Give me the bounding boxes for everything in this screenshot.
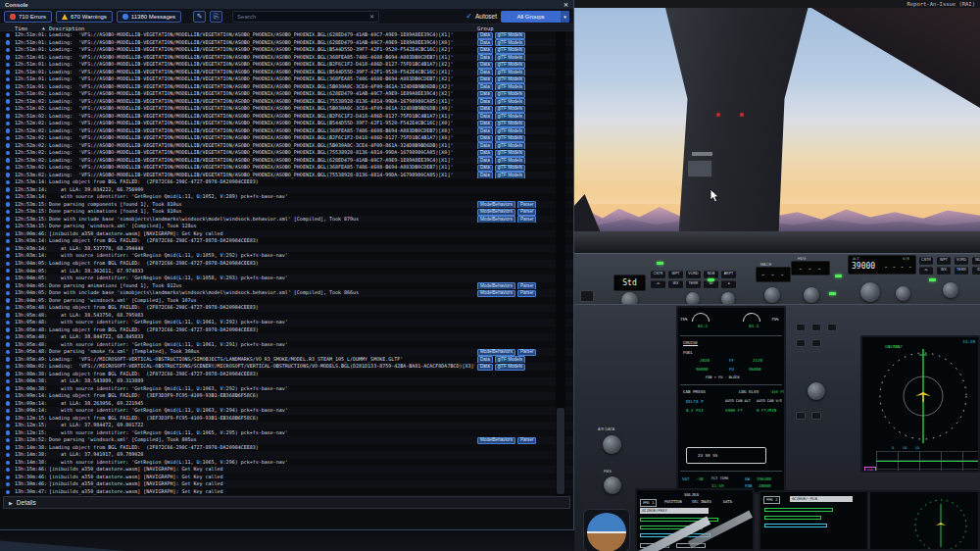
log-row[interactable]: 13h:05m:49: Loading: 'VFS://MICROSOFT-VE… [0, 356, 573, 364]
log-row[interactable]: 13h:09m:14: Loading object from BGL FAIL… [0, 392, 573, 400]
log-row[interactable]: 12h:53m:02: Loading: 'VFS://ASOBO-MODELL… [0, 157, 573, 165]
groups-dropdown[interactable]: All Groups ▾ [501, 11, 569, 23]
autoset-checkbox[interactable]: ✓ Autoset [466, 13, 497, 21]
efis2-knob[interactable] [943, 282, 958, 298]
copy-button[interactable]: ⎘ [210, 11, 222, 23]
efis-button[interactable]: ◂ [721, 280, 736, 287]
efis-button[interactable]: VORD [955, 257, 968, 264]
log-row[interactable]: 13h:03m:14: with source identifier: 'Get… [0, 252, 573, 260]
log-row[interactable]: 12h:51m:01: Loading: 'VFS://ASOBO-MODELL… [0, 75, 573, 83]
log-row[interactable]: 12h:51m:01: Loading: 'VFS://ASOBO-MODELL… [0, 31, 573, 39]
log-row[interactable]: 12h:53m:02: Loading: 'VFS://ASOBO-MODELL… [0, 164, 573, 172]
log-scrollbar[interactable] [556, 31, 565, 496]
log-row[interactable]: 13h:08m:02: Loading: 'VFS://MICROSOFT-VE… [0, 363, 573, 371]
log-row[interactable]: 12h:51m:01: Loading: 'VFS://ASOBO-MODELL… [0, 46, 573, 54]
log-row[interactable]: 12h:53m:15: Done parsing 'windsock.xml' … [0, 223, 573, 230]
log-row[interactable]: 12h:53m:15: Done parsing components [fou… [0, 201, 573, 209]
efis-button[interactable]: NDB [972, 257, 980, 264]
bezel-key-4[interactable] [796, 339, 806, 347]
window-latch[interactable] [687, 160, 712, 177]
vs-knob[interactable] [896, 286, 910, 301]
efis-button[interactable]: -o- [919, 267, 933, 274]
log-row[interactable]: 13h:05m:48: Loading object from BGL FAIL… [0, 304, 573, 312]
log-row[interactable]: 13h:05m:48: at LLA: 38.844722, 68.845833 [0, 333, 573, 341]
log-row[interactable]: 12h:52m:02: Loading: 'VFS://ASOBO-MODELL… [0, 142, 573, 150]
bezel-key-6[interactable] [796, 412, 806, 420]
log-row[interactable]: 13h:30m:46: [inibuilds_a350_datastore.wa… [0, 480, 573, 488]
log-row[interactable]: 13h:30m:46: [inibuilds_a350_datastore.wa… [0, 474, 573, 481]
bezel-key-3[interactable] [827, 324, 837, 331]
column-group[interactable]: Group [477, 25, 494, 31]
log-row[interactable]: 13h:12m:15: at LLA: 37.984472, 69.801722 [0, 422, 573, 429]
log-row[interactable]: 13h:15m:46: [inibuilds_a350_datastore.wa… [0, 466, 573, 474]
log-row[interactable]: 13h:09m:14: with source identifier: 'Get… [0, 407, 573, 415]
efis-button[interactable]: TERR [955, 267, 968, 274]
log-row[interactable]: 13h:03m:14: Loading object from BGL FAIL… [0, 237, 573, 245]
log-row[interactable]: 12h:51m:01: Loading: 'VFS://ASOBO-MODELL… [0, 69, 573, 76]
log-row[interactable]: 12h:51m:01: Loading: 'VFS://ASOBO-MODELL… [0, 39, 573, 47]
log-row[interactable]: 12h:53m:14: with source identifier: 'Get… [0, 193, 573, 201]
log-row[interactable]: 12h:53m:14: Loading object from BGL FAIL… [0, 178, 573, 186]
log-row[interactable]: 12h:51m:02: Loading: 'VFS://ASOBO-MODELL… [0, 105, 573, 113]
log-row[interactable]: 13h:04m:05: Done parsing 'windsock.xml' … [0, 297, 573, 305]
log-row[interactable]: 12h:51m:02: Loading: 'VFS://ASOBO-MODELL… [0, 98, 573, 106]
log-row[interactable]: 13h:04m:05: Loading object from BGL FAIL… [0, 260, 573, 268]
log-row[interactable]: 12h:53m:14: at LLA: 39.034222, 66.756000 [0, 186, 573, 194]
warnings-filter-button[interactable]: 670 Warnings [56, 11, 113, 23]
fms1-tab[interactable]: FMS 1 [640, 499, 657, 507]
mfd-menu-sec-index[interactable]: SEC INDEX [692, 500, 711, 504]
log-row[interactable]: 12h:51m:02: Loading: 'VFS://ASOBO-MODELL… [0, 90, 573, 98]
efis-button[interactable]: CSTR [919, 257, 933, 264]
efis-button[interactable]: CSTR [651, 271, 665, 277]
efis-button[interactable]: ID [972, 267, 980, 274]
log-row[interactable]: 12h:51m:02: Loading: 'VFS://ASOBO-MODELL… [0, 113, 573, 121]
search-clear-icon[interactable]: ✕ [369, 13, 374, 20]
heading-knob[interactable] [804, 287, 819, 303]
speed-knob[interactable] [764, 287, 780, 303]
log-row[interactable]: 13h:14m:38: with source identifier: 'Get… [0, 459, 573, 467]
mfd-menu-position[interactable]: POSITION [664, 500, 682, 504]
efis-button[interactable]: WPT [937, 257, 951, 264]
log-row[interactable]: 13h:09m:14: at LLA: 38.263056, 69.221945 [0, 400, 573, 408]
efis-button[interactable]: WX [937, 267, 951, 274]
console-titlebar[interactable]: Console ✕ [0, 0, 573, 9]
log-row[interactable]: 13h:05m:48: at LLA: 38.543750, 68.795083 [0, 312, 573, 320]
altitude-knob[interactable] [860, 282, 880, 302]
side-button-1[interactable] [580, 290, 594, 302]
log-row[interactable]: 13h:30m:47: [inibuilds_a350_datastore.wa… [0, 488, 573, 496]
bezel-key-1[interactable] [796, 324, 806, 331]
search-box[interactable]: ✕ [232, 11, 379, 23]
efis-button[interactable]: WX [668, 280, 683, 287]
efis-button[interactable]: ID [704, 280, 718, 287]
log-row[interactable]: 12h:52m:02: Loading: 'VFS://ASOBO-MODELL… [0, 120, 573, 127]
log-row[interactable]: 13h:04m:05: with source identifier: 'Get… [0, 275, 573, 282]
log-row[interactable]: 13h:05m:48: Done parsing 'smoke_fx.xml' … [0, 348, 573, 356]
close-icon[interactable]: ✕ [564, 1, 568, 8]
bezel-key-7[interactable] [811, 412, 821, 420]
route-highlight[interactable]: ACZEUE/FEXY [640, 508, 709, 514]
efis-button[interactable]: WPT [668, 271, 683, 277]
log-row[interactable]: 13h:08m:38: with source identifier: 'Get… [0, 385, 573, 393]
log-row[interactable]: 13h:05m:48: Loading object from BGL FAIL… [0, 326, 573, 334]
log-row[interactable]: 13h:00m:46: [inibuilds_a350_datastore.wa… [0, 230, 573, 238]
mfd-menu-data[interactable]: DATA [723, 500, 732, 504]
log-row[interactable]: 13h:12m:52: Done parsing 'windsock.xml' … [0, 436, 573, 444]
efis-button[interactable]: ARPT [721, 271, 736, 277]
column-time[interactable]: Time [15, 25, 27, 31]
log-row[interactable]: 13h:05m:48: with source identifier: 'Get… [0, 341, 573, 349]
bezel-key-5[interactable] [811, 339, 821, 347]
scrollbar-thumb[interactable] [557, 408, 564, 494]
errors-filter-button[interactable]: 710 Errors [4, 11, 52, 23]
log-row[interactable]: 13h:04m:05: Done with include base 'simo… [0, 289, 573, 297]
messages-filter-button[interactable]: 11380 Messages [117, 11, 181, 23]
log-row[interactable]: 13h:05m:48: with source identifier: 'Get… [0, 319, 573, 326]
log-row[interactable]: 13h:04m:05: at LLA: 38.362611, 67.974833 [0, 268, 573, 276]
log-row[interactable]: 13h:14m:38: Loading object from BGL FAIL… [0, 444, 573, 452]
log-row[interactable]: 13h:12m:15: with source identifier: 'Get… [0, 429, 573, 437]
log-row[interactable]: 12h:51m:01: Loading: 'VFS://ASOBO-MODELL… [0, 54, 573, 62]
efis-button[interactable]: NDB [704, 271, 718, 277]
log-row[interactable]: 13h:08m:38: Loading object from BGL FAIL… [0, 371, 573, 378]
details-expander[interactable]: ▶ Details [3, 496, 570, 509]
air-data-knob[interactable] [603, 435, 621, 454]
log-row[interactable]: 12h:52m:02: Loading: 'VFS://ASOBO-MODELL… [0, 127, 573, 135]
